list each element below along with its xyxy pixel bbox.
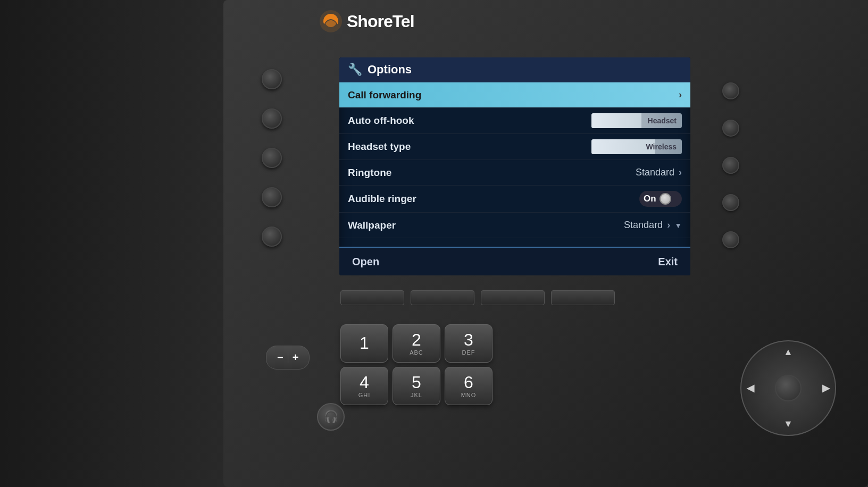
side-btn-1[interactable]: [262, 69, 282, 89]
softkey-buttons: [340, 290, 615, 305]
nav-right-button[interactable]: ▶: [822, 382, 830, 394]
volume-control[interactable]: − +: [266, 346, 310, 370]
ringtone-value: Standard ›: [636, 167, 682, 178]
logo-area: ShoreTel: [319, 10, 414, 33]
volume-divider: [288, 352, 288, 363]
menu-item-auto-off-hook[interactable]: Auto off-hook Headset: [339, 108, 690, 134]
key-6[interactable]: 6 MNO: [445, 367, 493, 405]
audible-ringer-label: Audible ringer: [348, 193, 416, 205]
key-3-letters: DEF: [462, 349, 475, 356]
side-navigation-buttons: [262, 69, 282, 247]
key-4-letters: GHI: [358, 392, 371, 398]
key-3-number: 3: [464, 331, 473, 348]
softkey-3[interactable]: [481, 290, 545, 305]
menu-item-audible-ringer[interactable]: Audible ringer On: [339, 186, 690, 213]
key-1-number: 1: [360, 334, 369, 351]
toggle-circle: [660, 193, 671, 205]
volume-plus-icon[interactable]: +: [293, 351, 299, 364]
headset-type-slider[interactable]: Wireless: [591, 139, 682, 154]
keypad: 1 2 ABC 3 DEF 4 GHI 5 JKL 6 MNO: [340, 324, 493, 405]
wallpaper-chevron-icon: ›: [667, 220, 670, 231]
auto-off-hook-label: Auto off-hook: [348, 115, 414, 127]
call-forwarding-value: ›: [679, 89, 682, 100]
right-side-btn-1[interactable]: [722, 82, 739, 99]
exit-button[interactable]: Exit: [658, 256, 678, 268]
key-2[interactable]: 2 ABC: [393, 324, 440, 363]
nav-down-button[interactable]: ▼: [783, 418, 793, 430]
headset-button[interactable]: 🎧: [317, 403, 345, 431]
side-btn-3[interactable]: [262, 148, 282, 168]
auto-off-hook-slider[interactable]: Headset: [591, 113, 682, 128]
shoretel-logo-icon: [319, 10, 343, 33]
auto-off-hook-value: Headset: [591, 113, 682, 128]
menu-item-call-forwarding[interactable]: Call forwarding ›: [339, 82, 690, 108]
side-btn-5[interactable]: [262, 226, 282, 247]
keypad-row-1: 1 2 ABC 3 DEF: [340, 324, 493, 363]
wallpaper-label: Wallpaper: [348, 220, 396, 231]
headset-type-value: Wireless: [591, 139, 682, 154]
key-2-letters: ABC: [410, 349, 423, 356]
right-side-btn-5[interactable]: [722, 231, 739, 248]
key-2-number: 2: [412, 331, 421, 348]
phone-screen: 🔧 Options Call forwarding › Auto off-hoo…: [339, 57, 690, 275]
menu-item-ringtone[interactable]: Ringtone Standard ›: [339, 160, 690, 186]
menu-item-wallpaper[interactable]: Wallpaper Standard › ▼: [339, 213, 690, 238]
right-side-btn-4[interactable]: [722, 194, 739, 211]
open-button[interactable]: Open: [352, 256, 379, 268]
key-5-letters: JKL: [411, 392, 422, 398]
left-background: [0, 0, 239, 487]
scroll-down-icon: ▼: [674, 221, 682, 230]
call-forwarding-label: Call forwarding: [348, 89, 421, 101]
key-1[interactable]: 1: [340, 324, 388, 363]
auto-off-hook-slider-label: Headset: [648, 116, 677, 125]
volume-minus-icon[interactable]: −: [277, 351, 283, 364]
wrench-icon: 🔧: [348, 63, 362, 77]
keypad-row-2: 4 GHI 5 JKL 6 MNO: [340, 367, 493, 405]
key-6-letters: MNO: [461, 392, 477, 398]
softkey-4[interactable]: [551, 290, 615, 305]
softkey-2[interactable]: [411, 290, 474, 305]
key-4[interactable]: 4 GHI: [340, 367, 388, 405]
audible-ringer-toggle[interactable]: On: [639, 191, 682, 207]
ringtone-label: Ringtone: [348, 167, 391, 179]
screen-bottom-bar: Open Exit: [339, 247, 690, 275]
right-side-btn-3[interactable]: [722, 157, 739, 174]
wallpaper-value: Standard › ▼: [624, 220, 682, 231]
key-4-number: 4: [360, 374, 369, 391]
headset-type-slider-label: Wireless: [646, 142, 677, 151]
key-6-number: 6: [464, 374, 473, 391]
headset-icon: 🎧: [324, 410, 338, 424]
key-5-number: 5: [412, 374, 421, 391]
side-btn-4[interactable]: [262, 187, 282, 207]
volume-button[interactable]: − +: [266, 346, 310, 370]
brand-name: ShoreTel: [347, 12, 414, 31]
nav-outer-ring[interactable]: ▲ ▼ ◀ ▶: [740, 340, 836, 436]
navigation-circle: ▲ ▼ ◀ ▶: [740, 340, 836, 436]
side-btn-2[interactable]: [262, 108, 282, 129]
right-side-btn-2[interactable]: [722, 120, 739, 137]
ringtone-value-text: Standard: [636, 167, 674, 178]
key-3[interactable]: 3 DEF: [445, 324, 493, 363]
screen-header: 🔧 Options: [339, 57, 690, 82]
key-5[interactable]: 5 JKL: [393, 367, 440, 405]
options-menu: Call forwarding › Auto off-hook Headset …: [339, 82, 690, 238]
screen-title: Options: [368, 63, 412, 77]
audible-ringer-value: On: [639, 191, 682, 207]
wallpaper-value-text: Standard: [624, 220, 663, 231]
chevron-right-icon: ›: [679, 89, 682, 100]
nav-select-button[interactable]: [775, 375, 802, 401]
headset-type-label: Headset type: [348, 141, 411, 153]
right-side-buttons: [722, 82, 739, 248]
ringtone-chevron-icon: ›: [679, 167, 682, 178]
menu-item-headset-type[interactable]: Headset type Wireless: [339, 134, 690, 160]
nav-up-button[interactable]: ▲: [783, 347, 793, 358]
softkey-1[interactable]: [340, 290, 404, 305]
toggle-on-label: On: [644, 194, 656, 204]
nav-left-button[interactable]: ◀: [747, 382, 754, 394]
